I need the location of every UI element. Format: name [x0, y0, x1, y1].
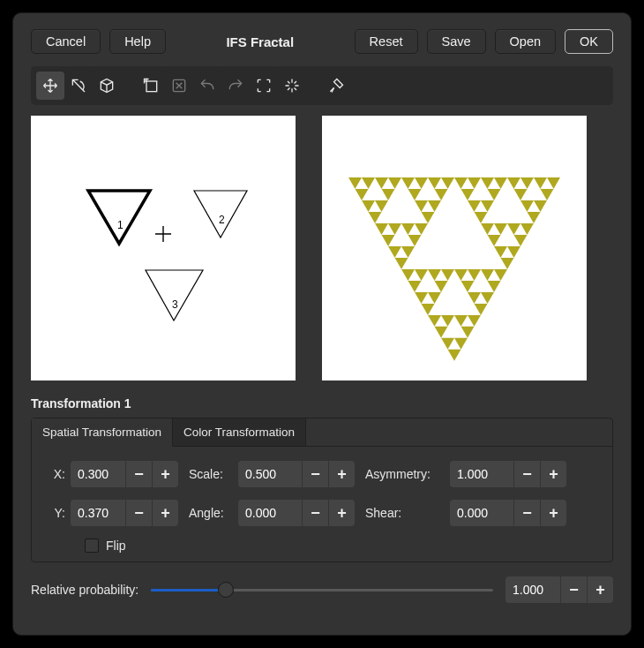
shear-input[interactable]: [450, 500, 513, 526]
dialog-title: IFS Fractal: [175, 34, 346, 49]
triangle-1-label: 1: [117, 219, 124, 231]
y-decrement[interactable]: −: [125, 500, 152, 526]
angle-input[interactable]: [238, 500, 302, 526]
svg-marker-2: [88, 191, 150, 244]
tabs: Spatial Transformation Color Transformat…: [32, 418, 612, 447]
probability-decrement[interactable]: −: [560, 576, 587, 603]
angle-decrement[interactable]: −: [302, 500, 328, 526]
slider-thumb[interactable]: [218, 582, 234, 598]
scale-label: Scale:: [189, 467, 233, 481]
asymmetry-input[interactable]: [450, 461, 513, 487]
x-increment[interactable]: +: [152, 461, 178, 487]
transformation-panel: Spatial Transformation Color Transformat…: [31, 418, 613, 562]
section-title: Transformation 1: [31, 396, 613, 411]
undo-icon[interactable]: [193, 72, 221, 100]
y-input[interactable]: [71, 500, 125, 526]
y-increment[interactable]: +: [152, 500, 178, 526]
y-label: Y:: [42, 506, 65, 520]
tab-spatial[interactable]: Spatial Transformation: [32, 418, 173, 447]
delete-icon[interactable]: [165, 72, 193, 100]
recenter-icon[interactable]: [278, 72, 306, 100]
dialog-window: Cancel Help IFS Fractal Reset Save Open …: [12, 12, 632, 636]
x-label: X:: [42, 467, 65, 481]
open-button[interactable]: Open: [495, 29, 556, 54]
new-icon[interactable]: [137, 72, 165, 100]
angle-label: Angle:: [189, 506, 233, 520]
redo-icon[interactable]: [221, 72, 250, 100]
x-input[interactable]: [71, 461, 125, 487]
triangle-2-label: 2: [219, 214, 225, 226]
shear-decrement[interactable]: −: [513, 500, 540, 526]
stretch-tool-icon[interactable]: [93, 72, 121, 100]
shear-label: Shear:: [365, 506, 445, 520]
options-icon[interactable]: [322, 72, 350, 100]
scale-input[interactable]: [238, 461, 302, 487]
move-tool-icon[interactable]: [36, 72, 64, 100]
flip-label: Flip: [106, 539, 126, 553]
probability-input[interactable]: [505, 576, 560, 603]
svg-rect-0: [146, 81, 157, 92]
svg-marker-4: [146, 270, 203, 320]
select-all-icon[interactable]: [250, 72, 278, 100]
design-canvas[interactable]: 1 2 3: [31, 116, 296, 381]
toolbar: [31, 66, 613, 105]
title-bar: Cancel Help IFS Fractal Reset Save Open …: [31, 29, 613, 54]
rotate-tool-icon[interactable]: [64, 72, 93, 100]
angle-increment[interactable]: +: [328, 500, 355, 526]
tab-color[interactable]: Color Transformation: [173, 418, 306, 446]
render-canvas[interactable]: [322, 116, 587, 381]
preview-area: 1 2 3: [31, 116, 613, 381]
scale-decrement[interactable]: −: [302, 461, 328, 487]
probability-slider[interactable]: [151, 579, 493, 600]
asymmetry-increment[interactable]: +: [540, 461, 566, 487]
shear-increment[interactable]: +: [540, 500, 566, 526]
asymmetry-label: Asymmetry:: [365, 467, 445, 481]
scale-increment[interactable]: +: [328, 461, 355, 487]
asymmetry-decrement[interactable]: −: [513, 461, 540, 487]
cancel-button[interactable]: Cancel: [31, 29, 101, 54]
reset-button[interactable]: Reset: [355, 29, 418, 54]
ok-button[interactable]: OK: [565, 29, 613, 54]
x-decrement[interactable]: −: [125, 461, 152, 487]
flip-checkbox-row[interactable]: Flip: [85, 539, 602, 553]
help-button[interactable]: Help: [109, 29, 166, 54]
triangle-3-label: 3: [172, 298, 178, 311]
save-button[interactable]: Save: [427, 29, 486, 54]
probability-increment[interactable]: +: [587, 576, 613, 603]
footer-row: Relative probability: − +: [31, 576, 613, 603]
flip-checkbox[interactable]: [85, 539, 99, 553]
probability-label: Relative probability:: [31, 583, 139, 597]
